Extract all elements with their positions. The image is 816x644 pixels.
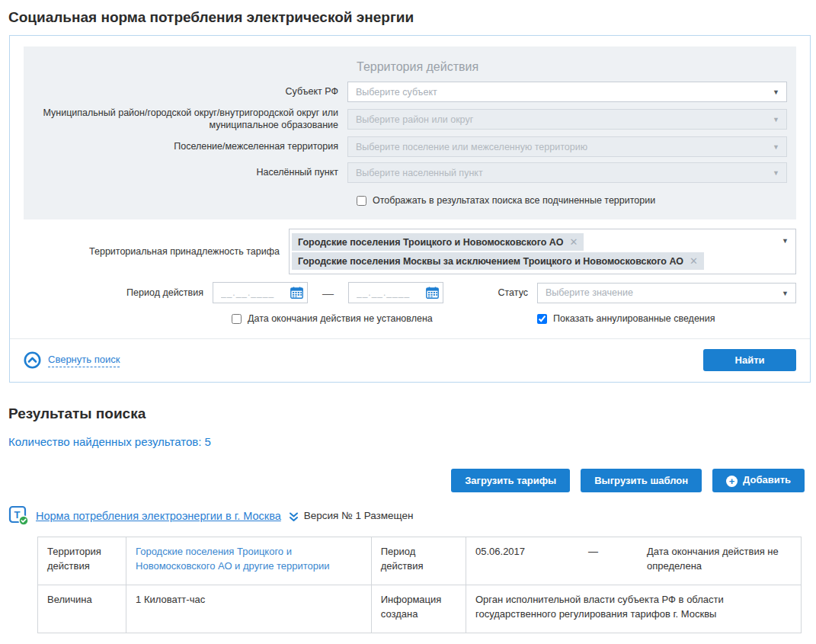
period-status-row: Период действия <box>24 282 796 303</box>
date-to-wrap <box>348 282 443 303</box>
calendar-icon[interactable] <box>426 287 439 299</box>
result-item-header: Т Норма потребления электроэнергии в г. … <box>8 505 811 526</box>
tariff-tag-text: Городские поселения Троицкого и Новомоск… <box>298 237 563 248</box>
locality-select-placeholder: Выберите населенный пункт <box>356 168 483 178</box>
info-created-label: Информация создана <box>371 585 466 633</box>
no-end-date-label: Дата окончания действия не установлена <box>248 313 433 324</box>
tariff-tag-text: Городские поселения Москвы за исключение… <box>298 256 683 267</box>
remove-tag-icon[interactable]: ✕ <box>569 236 578 248</box>
info-created-value: Орган исполнительной власти субъекта РФ … <box>466 585 802 633</box>
locality-row: Населённый пункт Выберите населенный пун… <box>24 162 787 183</box>
subject-row: Субъект РФ Выберите субъект ▼ <box>24 82 787 102</box>
tariff-territory-multiselect[interactable]: Городские поселения Троицкого и Новомоск… <box>289 229 796 274</box>
subordinate-territories-checkbox[interactable] <box>357 196 366 206</box>
find-button[interactable]: Найти <box>703 349 796 371</box>
tariff-tag: Городские поселения Троицкого и Новомоск… <box>292 233 584 251</box>
tariff-territory-row: Территориальная принадлежность тарифа Го… <box>24 229 796 274</box>
value-cell-value: 1 Киловатт-час <box>126 585 372 633</box>
add-button-label: Добавить <box>743 474 791 485</box>
collapse-search-label: Свернуть поиск <box>48 354 120 367</box>
period-dash: — <box>322 287 334 300</box>
chevron-down-icon: ▼ <box>773 116 779 123</box>
period-start-value: 05.06.2017 <box>475 545 588 574</box>
search-panel: Территория действия Субъект РФ Выберите … <box>9 35 811 383</box>
status-label: Статус <box>498 287 537 298</box>
add-button[interactable]: Добавить <box>712 469 805 492</box>
value-cell-label: Величина <box>38 585 126 633</box>
tariff-territory-label: Территориальная принадлежность тарифа <box>24 246 289 257</box>
tariff-document-icon: Т <box>8 505 29 526</box>
versions-expand-icon[interactable] <box>288 511 299 523</box>
territory-section-heading: Территория действия <box>357 60 787 74</box>
chevron-down-icon: ▼ <box>773 169 779 177</box>
search-panel-footer: Свернуть поиск Найти <box>10 338 810 382</box>
district-row: Муниципальный район/городской округ/внут… <box>24 107 787 131</box>
status-group: Статус Выберите значение ▼ <box>498 283 796 303</box>
period-cell-label: Период действия <box>371 537 466 585</box>
remove-tag-icon[interactable]: ✕ <box>690 255 698 267</box>
period-label: Период действия <box>24 287 213 298</box>
results-count: Количество найденных результатов: 5 <box>8 435 811 448</box>
table-row: Величина 1 Киловатт-час Информация созда… <box>38 585 802 633</box>
circle-chevron-up-icon <box>24 351 41 369</box>
plus-icon <box>726 476 738 487</box>
show-annulled-checkbox[interactable] <box>537 314 547 324</box>
settlement-select[interactable]: Выберите поселение или межселенную терри… <box>347 136 787 157</box>
chevron-down-icon: ▼ <box>773 88 779 96</box>
subject-label: Субъект РФ <box>24 86 347 98</box>
show-annulled-label: Показать аннулированные сведения <box>553 313 715 324</box>
date-from-wrap <box>213 282 308 303</box>
locality-select[interactable]: Выберите населенный пункт ▼ <box>347 162 787 183</box>
actions-row: Загрузить тарифы Выгрузить шаблон Добави… <box>8 469 805 492</box>
collapse-search-link[interactable]: Свернуть поиск <box>24 351 120 369</box>
territory-cell-label: Территория действия <box>38 537 126 585</box>
version-status-text: Версия № 1 Размещен <box>304 510 414 521</box>
tariff-tag: Городские поселения Москвы за исключение… <box>292 252 704 270</box>
locality-label: Населённый пункт <box>24 167 347 179</box>
period-dash-value: — <box>588 545 647 574</box>
district-select-placeholder: Выберите район или округ <box>356 114 473 125</box>
result-title-link[interactable]: Норма потребления электроэнергии в г. Мо… <box>36 510 281 522</box>
settlement-label: Поселение/межселенная территория <box>24 141 347 153</box>
district-select[interactable]: Выберите район или округ ▼ <box>347 109 787 130</box>
calendar-icon[interactable] <box>290 287 303 299</box>
period-end-value: Дата окончания действия не определена <box>647 545 792 574</box>
subject-select-placeholder: Выберите субъект <box>356 87 437 98</box>
chevron-down-icon: ▼ <box>782 290 789 297</box>
page-title: Социальная норма потребления электрическ… <box>8 9 811 26</box>
load-tariffs-button[interactable]: Загрузить тарифы <box>451 469 570 492</box>
district-label: Муниципальный район/городской округ/внут… <box>24 107 347 131</box>
subject-select[interactable]: Выберите субъект ▼ <box>347 82 787 102</box>
status-select-placeholder: Выберите значение <box>546 287 633 298</box>
chevron-down-icon: ▼ <box>773 143 779 151</box>
territory-section: Территория действия Субъект РФ Выберите … <box>24 46 796 219</box>
chevron-down-icon: ▼ <box>782 237 789 245</box>
checkboxes-row: Дата окончания действия не установлена П… <box>24 313 796 324</box>
subordinate-territories-label: Отображать в результатах поиска все подч… <box>373 195 655 206</box>
results-heading: Результаты поиска <box>8 405 811 422</box>
no-end-date-checkbox[interactable] <box>232 314 242 324</box>
territory-cell-link[interactable]: Городские поселения Троицкого и Новомоск… <box>136 546 330 572</box>
settlement-select-placeholder: Выберите поселение или межселенную терри… <box>356 142 587 152</box>
page: Социальная норма потребления электрическ… <box>0 0 816 644</box>
result-table: Территория действия Городские поселения … <box>37 537 802 633</box>
status-select[interactable]: Выберите значение ▼ <box>537 283 796 303</box>
settlement-row: Поселение/межселенная территория Выберит… <box>24 136 787 157</box>
export-template-button[interactable]: Выгрузить шаблон <box>581 469 702 492</box>
table-row: Территория действия Городские поселения … <box>38 537 802 585</box>
